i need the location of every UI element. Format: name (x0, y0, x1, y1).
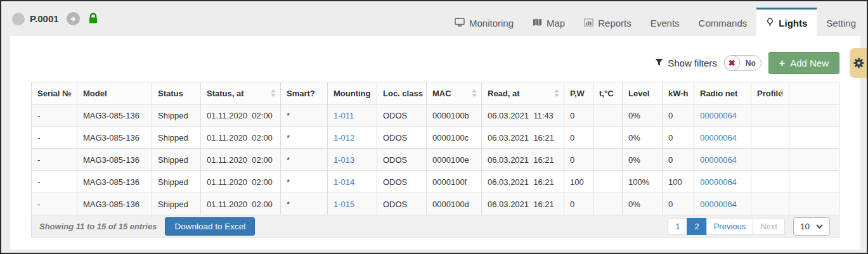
cell-smart: * (281, 171, 328, 193)
cell-temp (593, 171, 623, 193)
table-header-row: Serial № Model Status Status, at Smart? … (32, 82, 839, 105)
page-button-1[interactable]: 1 (668, 218, 687, 235)
cell-level: 0% (623, 127, 663, 149)
tab-label: Commands (699, 18, 748, 29)
status-dot (12, 13, 25, 25)
mounting-link[interactable]: 1-011 (334, 111, 354, 120)
page-size-value: 10 (800, 222, 810, 231)
download-excel-button[interactable]: Download to Excel (165, 217, 255, 236)
cell-smart: * (281, 149, 328, 171)
tab-commands[interactable]: Commands (689, 8, 757, 36)
cell-status: Shipped (152, 149, 201, 171)
tab-label: Monitoring (469, 18, 514, 29)
show-filters-control[interactable]: Show filters (655, 58, 717, 68)
cell-read-at: 06.03.2021 16:21 (482, 171, 564, 193)
mounting-link[interactable]: 1-015 (334, 200, 354, 209)
cell-extra (789, 149, 839, 171)
col-extra (789, 82, 839, 105)
device-brand: P.0001 (1, 1, 100, 36)
content-panel: Show filters ✖ No + Add New (10, 36, 860, 250)
col-mac[interactable]: MAC (427, 82, 482, 105)
radio-net-link[interactable]: 00000064 (700, 200, 737, 209)
mounting-link[interactable]: 1-012 (334, 133, 354, 143)
col-pw: P,W (564, 82, 593, 105)
col-mounting: Mounting (328, 82, 377, 105)
cell-extra (789, 105, 839, 127)
lock-icon (87, 12, 100, 25)
filter-funnel-icon (655, 58, 663, 68)
cell-level: 0% (623, 193, 663, 215)
col-status-at[interactable]: Status, at (201, 82, 281, 105)
col-read-at[interactable]: Read, at (482, 82, 564, 105)
cell-loc-class: ODOS (377, 127, 427, 149)
radio-net-link[interactable]: 00000064 (700, 177, 737, 187)
cell-serial: - (32, 105, 77, 127)
cell-loc-class: ODOS (377, 149, 427, 171)
mounting-link[interactable]: 1-014 (334, 177, 354, 187)
col-serial: Serial № (32, 82, 77, 105)
show-filters-label: Show filters (668, 58, 717, 68)
tab-label: Setting (826, 18, 856, 29)
sort-icon (779, 89, 784, 97)
add-new-button[interactable]: + Add New (768, 52, 839, 74)
next-page-button[interactable]: Next (753, 218, 785, 235)
filters-toggle[interactable]: ✖ No (724, 55, 761, 71)
tab-reports[interactable]: Reports (574, 8, 641, 36)
sort-icon (271, 89, 276, 97)
tab-label: Map (547, 18, 565, 29)
tab-label: Lights (779, 18, 807, 29)
cell-status: Shipped (152, 105, 201, 127)
tab-label: Reports (598, 18, 632, 29)
app-window: P.0001 Monitoring (0, 0, 868, 254)
cell-model: MAG3-085-136 (77, 171, 152, 193)
cell-mac: 0000100e (427, 149, 482, 171)
table-row: - MAG3-085-136 Shipped 01.11.2020 02:00 … (32, 149, 839, 171)
cell-temp (593, 193, 623, 215)
cell-model: MAG3-085-136 (77, 193, 152, 215)
cell-status-at: 01.11.2020 02:00 (201, 171, 281, 193)
tab-setting[interactable]: Setting (817, 8, 865, 36)
radio-net-link[interactable]: 00000064 (700, 155, 737, 165)
tab-monitoring[interactable]: Monitoring (445, 8, 523, 36)
cell-loc-class: ODOS (377, 105, 427, 127)
cell-extra (789, 127, 839, 149)
table-row: - MAG3-085-136 Shipped 01.11.2020 02:00 … (32, 105, 839, 127)
cell-pw: 0 (564, 149, 593, 171)
cell-level: 0% (623, 149, 663, 171)
cell-status-at: 01.11.2020 02:00 (201, 105, 281, 127)
col-model: Model (77, 82, 152, 105)
sort-icon (472, 89, 477, 97)
cell-extra (789, 193, 839, 215)
table-row: - MAG3-085-136 Shipped 01.11.2020 02:00 … (32, 193, 839, 215)
cell-extra (789, 171, 839, 193)
cell-loc-class: ODOS (377, 171, 427, 193)
cell-status: Shipped (152, 127, 201, 149)
go-arrow-icon[interactable] (67, 12, 80, 25)
plus-icon: + (779, 58, 785, 68)
tab-label: Events (651, 18, 680, 29)
tab-map[interactable]: Map (523, 8, 574, 36)
map-icon (533, 18, 542, 29)
cell-profile (751, 105, 789, 127)
radio-net-link[interactable]: 00000064 (700, 133, 737, 143)
table-footer: Showing 11 to 15 of 15 entries Download … (31, 215, 839, 238)
tab-lights[interactable]: Lights (756, 8, 817, 36)
toggle-x-icon: ✖ (724, 55, 740, 71)
radio-net-link[interactable]: 00000064 (700, 111, 737, 120)
cell-smart: * (281, 105, 328, 127)
cell-model: MAG3-085-136 (77, 105, 152, 127)
mounting-link[interactable]: 1-013 (334, 155, 354, 165)
cell-serial: - (32, 171, 77, 193)
sort-icon (554, 89, 559, 97)
previous-page-button[interactable]: Previous (706, 218, 754, 235)
settings-gear-handle[interactable] (850, 48, 867, 78)
page-button-2[interactable]: 2 (687, 218, 706, 235)
col-profile[interactable]: Profile (751, 82, 789, 105)
table-row: - MAG3-085-136 Shipped 01.11.2020 02:00 … (32, 127, 839, 149)
page-size-select[interactable]: 10 (793, 217, 830, 236)
tab-events[interactable]: Events (641, 8, 689, 36)
col-kwh: kW-h (663, 82, 694, 105)
cell-mac: 0000100d (427, 193, 482, 215)
cell-status-at: 01.11.2020 02:00 (201, 193, 281, 215)
col-temp: t,°C (593, 82, 623, 105)
